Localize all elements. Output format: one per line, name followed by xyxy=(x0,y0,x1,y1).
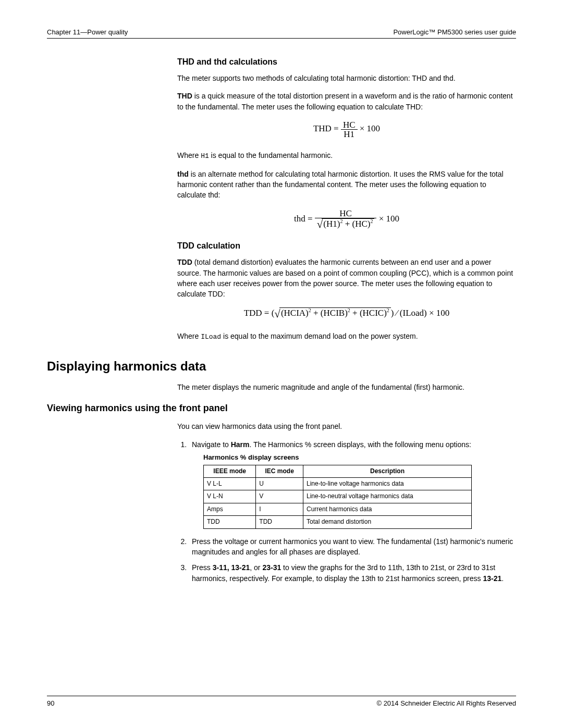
page-footer: 90 © 2014 Schneider Electric All Rights … xyxy=(47,696,516,707)
table-cell: Total demand distortion xyxy=(303,516,472,528)
step-2: Press the voltage or current harmonics y… xyxy=(189,536,516,558)
paragraph: You can view harmonics data using the fr… xyxy=(177,421,516,431)
table-cell: Amps xyxy=(204,503,256,515)
text: (total demand distortion) evaluates the … xyxy=(177,258,513,298)
table-header: IEC mode xyxy=(256,465,303,477)
table-header: IEEE mode xyxy=(204,465,256,477)
paragraph: The meter supports two methods of calcul… xyxy=(177,73,516,83)
text: . The Harmonics % screen displays, with … xyxy=(250,440,471,449)
equation-thd-lower: thd = HC√(H1)2 + (HC)2 × 100 xyxy=(177,209,516,230)
heading-viewing-harmonics: Viewing harmonics using the front panel xyxy=(47,403,516,414)
text: Navigate to xyxy=(192,440,231,449)
equation-thd-upper: THD = HCH1 × 100 xyxy=(177,120,516,139)
table-cell: Line-to-line voltage harmonics data xyxy=(303,478,472,490)
heading-tdd: TDD calculation xyxy=(177,241,516,251)
table-header: Description xyxy=(303,465,472,477)
text: , or xyxy=(250,563,262,572)
text: . xyxy=(501,574,504,583)
table-row: Amps I Current harmonics data xyxy=(204,503,472,515)
paragraph: Where ILoad is equal to the maximum dema… xyxy=(177,331,516,342)
paragraph: The meter displays the numeric magnitude… xyxy=(177,382,516,392)
text: is a quick measure of the total distorti… xyxy=(177,92,513,110)
text: Where xyxy=(177,151,201,159)
table-cell: TDD xyxy=(204,516,256,528)
table-cell: V xyxy=(256,490,303,503)
term-bold: TDD xyxy=(177,258,192,266)
term-bold: 3-11, 13-21 xyxy=(213,563,250,572)
page-header: Chapter 11—Power quality PowerLogic™ PM5… xyxy=(47,28,516,39)
paragraph: thd is an alternate method for calculati… xyxy=(177,169,516,201)
numbered-steps: Navigate to Harm. The Harmonics % screen… xyxy=(177,439,516,584)
page-number: 90 xyxy=(47,699,54,707)
paragraph: Where H1 is equal to the fundamental har… xyxy=(177,150,516,162)
table-caption: Harmonics % display screens xyxy=(203,453,516,463)
table-row: V L-L U Line-to-line voltage harmonics d… xyxy=(204,478,472,490)
term-bold: thd xyxy=(177,170,189,178)
code-text: ILoad xyxy=(201,333,221,341)
table-cell: Line-to-neutral voltage harmonics data xyxy=(303,490,472,503)
table-cell: TDD xyxy=(256,516,303,528)
term-bold: 23-31 xyxy=(262,563,281,572)
table-row: TDD TDD Total demand distortion xyxy=(204,516,472,528)
table-cell: U xyxy=(256,478,303,490)
term-bold: 13-21 xyxy=(483,574,501,583)
step-1: Navigate to Harm. The Harmonics % screen… xyxy=(189,439,516,529)
text: is equal to the maximum demand load on t… xyxy=(221,332,418,340)
text: is an alternate method for calculating t… xyxy=(177,170,504,200)
harmonics-display-table: IEEE mode IEC mode Description V L-L U L… xyxy=(203,465,472,529)
paragraph: THD is a quick measure of the total dist… xyxy=(177,91,516,112)
text: Press xyxy=(192,563,213,572)
step-3: Press 3-11, 13-21, or 23-31 to view the … xyxy=(189,562,516,584)
header-left: Chapter 11—Power quality xyxy=(47,28,128,36)
table-row: V L-N V Line-to-neutral voltage harmonic… xyxy=(204,490,472,503)
text: Where xyxy=(177,332,201,340)
equation-tdd: TDD = (√(HCIA)2 + (HCIB)2 + (HCIC)2) ⁄ (… xyxy=(177,307,516,319)
heading-thd: THD and thd calculations xyxy=(177,57,516,67)
text: is equal to the fundamental harmonic. xyxy=(209,151,333,159)
header-right: PowerLogic™ PM5300 series user guide xyxy=(393,28,516,36)
heading-displaying-harmonics: Displaying harmonics data xyxy=(47,359,516,374)
paragraph: TDD (total demand distortion) evaluates … xyxy=(177,257,516,299)
table-cell: V L-L xyxy=(204,478,256,490)
table-cell: V L-N xyxy=(204,490,256,503)
term-bold: Harm xyxy=(231,440,250,449)
copyright: © 2014 Schneider Electric All Rights Res… xyxy=(376,699,516,707)
term-bold: THD xyxy=(177,92,192,100)
code-text: H1 xyxy=(201,152,209,160)
table-cell: I xyxy=(256,503,303,515)
table-cell: Current harmonics data xyxy=(303,503,472,515)
table-header-row: IEEE mode IEC mode Description xyxy=(204,465,472,477)
